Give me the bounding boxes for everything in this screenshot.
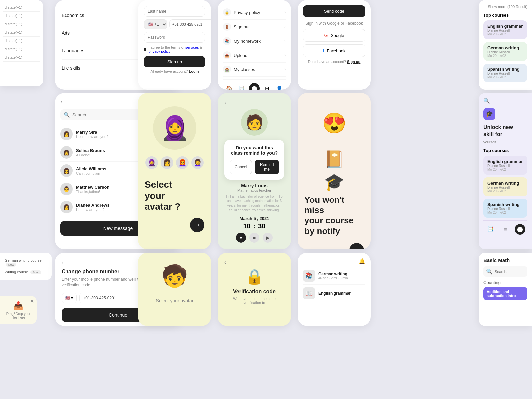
course-english-grammar[interactable]: English grammar Dianne Russell Mo 20 - k… bbox=[483, 20, 527, 39]
signout-item[interactable]: 🚪 Sign out › bbox=[223, 20, 286, 34]
last-name-field[interactable] bbox=[144, 6, 205, 17]
course-info: English grammar bbox=[318, 291, 365, 296]
nav-profile-icon[interactable]: 👤 bbox=[274, 83, 285, 90]
country-select[interactable]: 🇺🇸 +1 bbox=[144, 19, 167, 29]
nav-bookmark-icon[interactable]: 📑 bbox=[485, 224, 496, 235]
course-english-grammar-item[interactable]: 📖 English grammar bbox=[303, 285, 365, 302]
course-german-writing[interactable]: German writing Dianne Russell Mo 20 - kr… bbox=[483, 177, 527, 196]
privacy-policy-item[interactable]: 🔒 Privacy policy › bbox=[223, 5, 286, 20]
course-meta: 46 sec · 2 mi · 3 min bbox=[318, 276, 365, 280]
writing-course-label[interactable]: Writing course Soon bbox=[3, 268, 48, 276]
emoji-avatar: 😍 bbox=[318, 106, 351, 140]
lock-icon: 🔒 bbox=[224, 268, 284, 285]
course-spanish-writing[interactable]: Spanish writing Dianne Russell Mo 20 - k… bbox=[483, 64, 527, 82]
phone-field[interactable] bbox=[169, 19, 211, 29]
avatar-option-2[interactable]: 👩 bbox=[161, 156, 173, 169]
back-button[interactable]: ‹ bbox=[224, 100, 284, 106]
back-button[interactable]: ‹ bbox=[60, 98, 62, 105]
course-meta: Mo 20 - kr02 bbox=[487, 211, 523, 214]
german-writing-label[interactable]: German writing course New bbox=[3, 257, 48, 268]
addition-pill[interactable]: Addition and subtraction intro bbox=[483, 287, 527, 300]
category-name: Arts bbox=[62, 30, 70, 36]
close-icon[interactable]: ✕ bbox=[30, 299, 34, 304]
next-button[interactable]: → bbox=[349, 243, 364, 249]
course-meta: Mo 20 - kr02 bbox=[487, 168, 523, 171]
nav-home-icon[interactable]: 🏠 bbox=[224, 83, 235, 90]
course-name: Spanish writing bbox=[487, 202, 523, 207]
homework-item[interactable]: 📚 My homework › bbox=[223, 34, 286, 48]
notification-card: 😍 📔 🎓 You won't missyour courseby notify… bbox=[298, 93, 371, 249]
top-courses-heading: Top courses bbox=[483, 13, 527, 18]
signup-button[interactable]: Sign up bbox=[144, 56, 205, 67]
courses-panel: German writing course New Writing course… bbox=[0, 253, 52, 280]
nav-list-icon[interactable]: ≡ bbox=[500, 224, 511, 235]
password-field[interactable] bbox=[144, 32, 205, 43]
tutor-name: Marry Louis bbox=[224, 183, 284, 188]
nav-grid-icon[interactable]: ⊞ bbox=[262, 83, 272, 90]
time-prev-button[interactable]: ▼ bbox=[236, 233, 246, 243]
tutor-avatar: 🧑 bbox=[241, 109, 268, 136]
flag-select-button[interactable]: 🇺🇸 ▾ bbox=[62, 293, 77, 303]
google-icon: G bbox=[324, 33, 328, 38]
google-label: Google bbox=[330, 33, 344, 38]
course-german-writing-item[interactable]: 📚 German writing 46 sec · 2 mi · 3 min bbox=[303, 267, 365, 285]
course-english-grammar[interactable]: English grammar Dianne Russell Mo 20 - k… bbox=[483, 156, 527, 175]
back-button[interactable]: ‹ bbox=[224, 259, 284, 265]
show-more-text[interactable]: Show more (100 Result) bbox=[483, 5, 527, 9]
unlock-subtitle: yourself bbox=[483, 140, 527, 144]
homework-icon: 📚 bbox=[223, 37, 231, 45]
hour-display: 10 bbox=[243, 222, 250, 230]
course-german-writing[interactable]: German writing Dianne Russell Mo 20 - kr… bbox=[483, 42, 527, 61]
select-title: Selectyouravatar ? bbox=[145, 179, 204, 212]
cancel-button[interactable]: Cancel bbox=[230, 160, 252, 174]
classes-label: My classes bbox=[234, 67, 255, 72]
verification-card: ‹ 🔒 Verification code We have to send th… bbox=[218, 253, 291, 326]
bottom-nav: 📑 ≡ ⬤ bbox=[483, 220, 527, 235]
reminder-buttons: Cancel Remind me bbox=[230, 160, 279, 174]
next-button[interactable]: → bbox=[190, 218, 204, 232]
classes-item[interactable]: 🏫 My classes › bbox=[223, 63, 286, 77]
counting-label: Counting bbox=[483, 280, 527, 285]
avatar-option-4[interactable]: 👩‍🦱 bbox=[191, 156, 204, 169]
state-7: d state(+1) bbox=[3, 53, 40, 62]
course-name: English grammar bbox=[487, 24, 523, 29]
upload-item[interactable]: 📤 Upload › bbox=[223, 48, 286, 63]
search-input[interactable] bbox=[495, 270, 525, 274]
reminder-modal: Do you want thisclass remind to you? Can… bbox=[224, 140, 284, 180]
upload-icon: 📤 bbox=[223, 51, 231, 59]
nav-bookmark-icon[interactable]: 📑 bbox=[236, 83, 247, 90]
state-4: d state(+1) bbox=[3, 28, 40, 37]
login-link[interactable]: Login bbox=[189, 69, 199, 73]
tutor-role: Mathematics teacher bbox=[224, 188, 284, 192]
course-author: Dianne Russell bbox=[487, 29, 523, 32]
search-icon: 🔍 bbox=[486, 268, 493, 275]
right-panel-row1: Show more (100 Result) Top courses Engli… bbox=[479, 0, 532, 90]
facebook-label: Facebook bbox=[327, 48, 345, 53]
search-bar[interactable]: 🔍 bbox=[483, 98, 527, 104]
course-spanish-writing[interactable]: Spanish writing Dianne Russell Mo 20 - k… bbox=[483, 199, 527, 218]
category-name: Languages bbox=[62, 48, 84, 53]
privacy-label: Privacy policy bbox=[234, 10, 260, 15]
avatar-option-1[interactable]: 🧕 bbox=[145, 156, 158, 169]
right-panel-row3: Basic Math 🔍 Counting Addition and subtr… bbox=[479, 253, 532, 326]
upload-box[interactable]: 📤 Drag&Drop your files here ✕ bbox=[0, 296, 37, 324]
remind-button[interactable]: Remind me bbox=[255, 160, 279, 174]
bell-icon[interactable]: 🔔 bbox=[303, 258, 365, 264]
nav-active-icon[interactable]: ⬤ bbox=[515, 224, 525, 235]
send-code-button[interactable]: Send code bbox=[303, 5, 365, 17]
new-badge: New bbox=[6, 263, 16, 267]
time-next-button[interactable]: ▶ bbox=[263, 233, 273, 243]
verify-title: Verification code bbox=[224, 289, 284, 295]
course-name: German writing bbox=[487, 45, 523, 50]
top-courses-label: Top courses bbox=[483, 148, 527, 153]
search-bar[interactable]: 🔍 bbox=[483, 266, 527, 277]
avatar: 👨 bbox=[60, 183, 73, 195]
signup-link[interactable]: Sign up bbox=[347, 60, 360, 64]
time-stop-button[interactable]: ■ bbox=[249, 233, 259, 243]
avatar-option-3[interactable]: 👩‍🦰 bbox=[176, 156, 189, 169]
facebook-button[interactable]: f Facebook bbox=[303, 44, 365, 57]
nav-home-active-icon[interactable]: ⬤ bbox=[249, 83, 260, 90]
course-list-card: 🔔 📚 German writing 46 sec · 2 mi · 3 min… bbox=[298, 253, 371, 326]
google-button[interactable]: G Google bbox=[303, 29, 365, 42]
avatar: 👩 bbox=[60, 164, 73, 177]
